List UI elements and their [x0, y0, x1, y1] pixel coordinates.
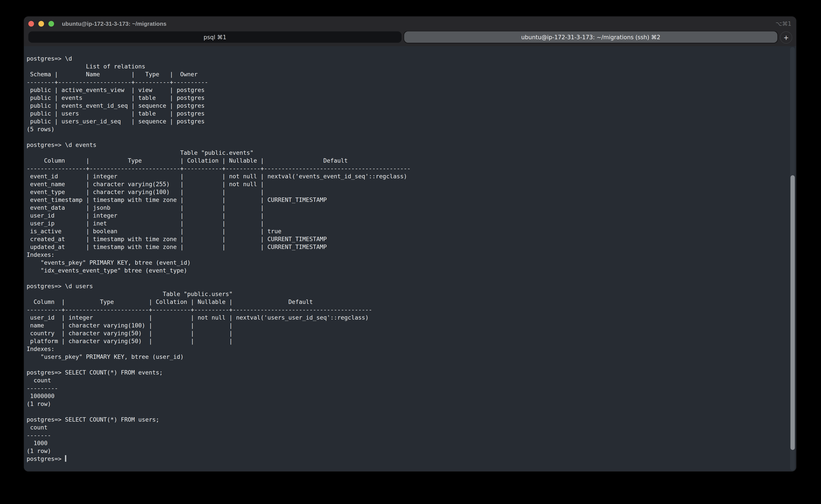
- window-shortcut-hint: ⌥⌘1: [775, 20, 796, 27]
- window-title: ubuntu@ip-172-31-3-173: ~/migrations: [62, 20, 167, 27]
- desktop: ubuntu@ip-172-31-3-173: ~/migrations ⌥⌘1…: [0, 0, 821, 504]
- tab-psql[interactable]: psql ⌘1: [28, 31, 402, 43]
- scrollbar-track[interactable]: [790, 47, 795, 470]
- terminal-output: postgres=> \d List of relations Schema |…: [27, 55, 785, 455]
- traffic-lights: [28, 17, 54, 31]
- text-cursor: [65, 455, 66, 462]
- tab-ssh-migrations-label: ubuntu@ip-172-31-3-173: ~/migrations (ss…: [521, 34, 660, 40]
- close-button[interactable]: [28, 21, 34, 27]
- scrollbar-thumb[interactable]: [790, 175, 795, 450]
- tab-ssh-migrations[interactable]: ubuntu@ip-172-31-3-173: ~/migrations (ss…: [404, 31, 777, 43]
- window-titlebar[interactable]: ubuntu@ip-172-31-3-173: ~/migrations ⌥⌘1: [24, 17, 796, 31]
- terminal-window: ubuntu@ip-172-31-3-173: ~/migrations ⌥⌘1…: [24, 17, 796, 471]
- shell-prompt: postgres=>: [27, 456, 65, 462]
- tab-psql-label: psql ⌘1: [204, 34, 227, 40]
- tab-bar: psql ⌘1 ubuntu@ip-172-31-3-173: ~/migrat…: [24, 31, 796, 46]
- prompt-line: postgres=>: [27, 455, 785, 463]
- new-tab-button[interactable]: +: [780, 31, 792, 44]
- minimize-button[interactable]: [38, 21, 44, 27]
- terminal-content[interactable]: postgres=> \d List of relations Schema |…: [24, 46, 796, 471]
- plus-icon: +: [784, 33, 789, 42]
- fullscreen-button[interactable]: [48, 21, 54, 27]
